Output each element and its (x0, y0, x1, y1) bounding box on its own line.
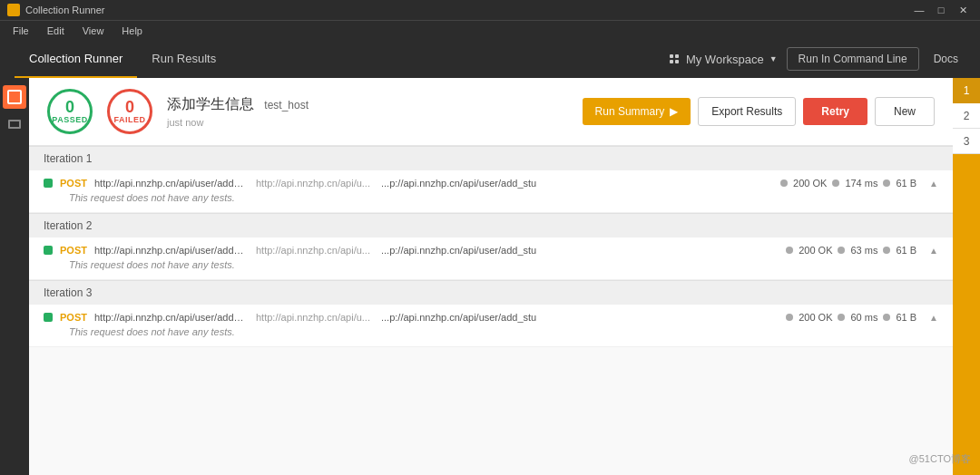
failed-count: 0 (125, 99, 134, 115)
export-results-button[interactable]: Export Results (698, 97, 796, 126)
summary-title: 添加学生信息 (167, 96, 254, 111)
title-bar: Collection Runner — □ ✕ (0, 0, 980, 20)
collapse-toggle-1-1[interactable]: ▲ (929, 179, 938, 189)
sidebar-num-2[interactable]: 2 (953, 103, 980, 129)
passed-count: 0 (65, 99, 74, 115)
app-wrapper: 0 PASSED 0 FAILED 添加学生信息 test_host just … (0, 78, 980, 475)
time-indicator-3-1 (838, 314, 845, 321)
size-indicator-1-1 (883, 179, 890, 187)
size-indicator-3-1 (883, 314, 890, 321)
req-url-long-1-1: ...p://api.nnzhp.cn/api/user/add_stu (381, 178, 773, 189)
menu-file[interactable]: File (4, 24, 38, 38)
nav-bar: Collection Runner Run Results My Workspa… (0, 40, 980, 78)
req-url-long-3-1: ...p://api.nnzhp.cn/api/user/add_stu (381, 312, 779, 323)
req-status-1-1: 200 OK (793, 178, 827, 189)
status-indicator-2-1 (786, 247, 793, 254)
req-meta-3-1: 200 OK 60 ms 61 B ▲ (786, 312, 938, 323)
req-url-mid-2-1: http://api.nnzhp.cn/api/u... (256, 245, 374, 256)
req-time-2-1: 63 ms (850, 245, 877, 256)
req-url-short-2-1: http://api.nnzhp.cn/api/user/add_stu (94, 245, 249, 256)
run-summary-arrow: ▶ (670, 105, 678, 118)
summary-host: test_host (264, 99, 309, 111)
req-size-1-1: 61 B (896, 178, 916, 189)
summary-info: 添加学生信息 test_host just now (167, 95, 568, 128)
new-button[interactable]: New (875, 97, 935, 126)
summary-time: just now (167, 117, 568, 128)
req-method-3-1: POST (60, 312, 87, 323)
history-sidebar-icon[interactable] (3, 112, 26, 136)
window-controls: — □ ✕ (909, 3, 973, 17)
req-meta-2-1: 200 OK 63 ms 61 B ▲ (786, 245, 938, 256)
tab-run-results[interactable]: Run Results (137, 40, 230, 78)
tab-collection-runner[interactable]: Collection Runner (15, 40, 137, 78)
summary-title-row: 添加学生信息 test_host (167, 95, 568, 114)
status-dot-3-1 (44, 313, 53, 322)
req-time-1-1: 174 ms (845, 178, 877, 189)
workspace-chevron: ▼ (769, 54, 778, 63)
menu-bar: File Edit View Help (0, 20, 980, 40)
status-dot-1-1 (44, 179, 53, 188)
iteration-header-2: Iteration 2 (29, 213, 953, 238)
summary-header: 0 PASSED 0 FAILED 添加学生信息 test_host just … (29, 78, 953, 146)
req-status-2-1: 200 OK (799, 245, 832, 256)
app-icon (7, 4, 20, 16)
docs-button[interactable]: Docs (926, 48, 965, 70)
side-icons (0, 78, 29, 475)
req-url-mid-3-1: http://api.nnzhp.cn/api/u... (256, 312, 374, 323)
req-time-3-1: 60 ms (850, 312, 877, 323)
history-icon-shape (8, 120, 21, 129)
request-row-1-1: POST http://api.nnzhp.cn/api/user/add_st… (29, 170, 953, 213)
iteration-header-3: Iteration 3 (29, 280, 953, 305)
req-size-2-1: 61 B (896, 245, 916, 256)
main-content: 0 PASSED 0 FAILED 添加学生信息 test_host just … (29, 78, 953, 475)
req-status-3-1: 200 OK (799, 312, 832, 323)
failed-circle: 0 FAILED (107, 89, 152, 134)
watermark: @51CTO博客 (909, 452, 971, 466)
cmd-line-button[interactable]: Run In Command Line (787, 47, 919, 71)
status-dot-2-1 (44, 246, 53, 255)
minimize-button[interactable]: — (909, 3, 929, 17)
summary-actions: Run Summary ▶ Export Results Retry New (583, 97, 935, 126)
size-indicator-2-1 (883, 247, 890, 254)
run-summary-button[interactable]: Run Summary ▶ (583, 98, 691, 125)
iteration-header-1: Iteration 1 (29, 146, 953, 170)
workspace-selector[interactable]: My Workspace ▼ (661, 49, 787, 70)
status-indicator-1-1 (780, 179, 788, 187)
req-note-1-1: This request does not have any tests. (44, 189, 938, 208)
sidebar-num-1[interactable]: 1 (953, 78, 980, 103)
time-indicator-2-1 (838, 247, 845, 254)
passed-circle: 0 PASSED (47, 89, 93, 134)
req-size-3-1: 61 B (896, 312, 916, 323)
workspace-grid-icon (670, 54, 679, 63)
request-main-1-1[interactable]: POST http://api.nnzhp.cn/api/user/add_st… (44, 178, 938, 189)
sidebar-num-3[interactable]: 3 (953, 129, 980, 154)
nav-actions: Run In Command Line Docs (787, 47, 965, 71)
req-method-1-1: POST (60, 178, 87, 189)
retry-button[interactable]: Retry (803, 98, 867, 125)
menu-edit[interactable]: Edit (38, 24, 74, 38)
failed-label: FAILED (113, 115, 145, 124)
collapse-toggle-3-1[interactable]: ▲ (929, 313, 938, 323)
passed-label: PASSED (52, 115, 87, 124)
maximize-button[interactable]: □ (931, 3, 951, 17)
collapse-toggle-2-1[interactable]: ▲ (929, 246, 938, 256)
req-method-2-1: POST (60, 245, 87, 256)
req-meta-1-1: 200 OK 174 ms 61 B ▲ (780, 178, 938, 189)
right-sidebar: 123 (953, 78, 980, 475)
collections-sidebar-icon[interactable] (3, 85, 26, 109)
title-bar-left: Collection Runner (7, 4, 104, 16)
request-main-3-1[interactable]: POST http://api.nnzhp.cn/api/user/add_st… (44, 312, 938, 323)
menu-view[interactable]: View (74, 24, 113, 38)
workspace-label: My Workspace (686, 53, 764, 66)
req-url-short-1-1: http://api.nnzhp.cn/api/user/add_stu (94, 178, 249, 189)
request-main-2-1[interactable]: POST http://api.nnzhp.cn/api/user/add_st… (44, 245, 938, 256)
req-url-short-3-1: http://api.nnzhp.cn/api/user/add_stu (94, 312, 249, 323)
close-button[interactable]: ✕ (953, 3, 973, 17)
request-row-3-1: POST http://api.nnzhp.cn/api/user/add_st… (29, 305, 953, 347)
status-indicator-3-1 (786, 314, 793, 321)
req-note-2-1: This request does not have any tests. (44, 256, 938, 276)
request-row-2-1: POST http://api.nnzhp.cn/api/user/add_st… (29, 238, 953, 280)
title-bar-title: Collection Runner (25, 5, 104, 15)
menu-help[interactable]: Help (113, 24, 152, 38)
time-indicator-1-1 (832, 179, 839, 187)
